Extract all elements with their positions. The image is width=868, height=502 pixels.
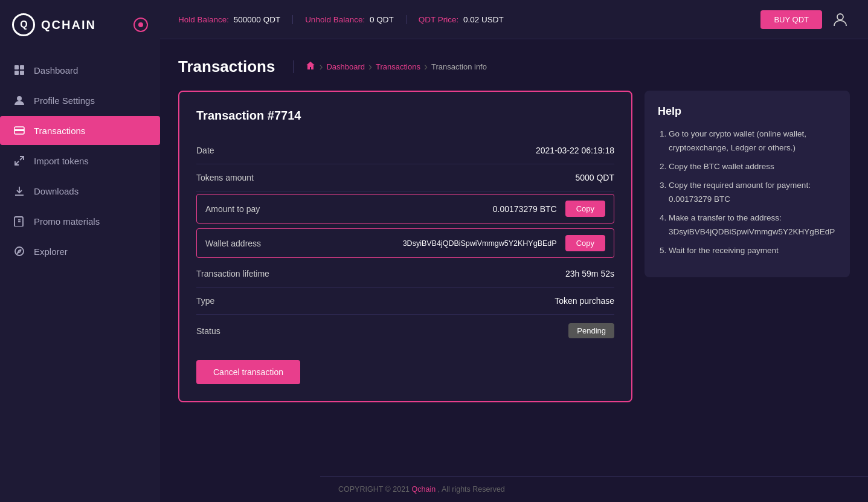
hold-balance: Hold Balance: 500000 QDT (178, 15, 293, 24)
tx-date-value: 2021-03-22 06:19:18 (536, 146, 614, 155)
main-content: Hold Balance: 500000 QDT Unhold Balance:… (160, 0, 868, 502)
help-panel: Help Go to your crypto wallet (online wa… (645, 91, 850, 277)
sidebar-item-downloads[interactable]: Downloads (0, 176, 160, 205)
breadcrumb-home-icon[interactable] (306, 61, 315, 73)
tx-tokens-label: Tokens amount (196, 173, 254, 182)
cancel-transaction-button[interactable]: Cancel transaction (196, 360, 300, 384)
compass-icon (13, 245, 25, 257)
sidebar-item-profile[interactable]: Profile Settings (0, 86, 160, 115)
tx-amount-value: 0.00173279 BTC (493, 204, 557, 214)
sidebar-label-import: Import tokens (34, 156, 89, 166)
breadcrumb-transactions[interactable]: Transactions (376, 62, 420, 71)
logo-mark: Q (12, 13, 35, 36)
svg-rect-3 (20, 71, 24, 75)
help-step-5: Wait for the receiving payment (669, 244, 837, 258)
tx-row-tokens: Tokens amount 5000 QDT (196, 164, 614, 191)
help-step-1: Go to your crypto wallet (online wallet,… (669, 127, 837, 155)
footer: COPYRIGHT © 2021 Qchain , All rights Res… (320, 476, 868, 502)
breadcrumb-dashboard[interactable]: Dashboard (326, 62, 365, 71)
transaction-card: Transaction #7714 Date 2021-03-22 06:19:… (178, 91, 632, 402)
sidebar-label-dashboard: Dashboard (34, 65, 78, 76)
tx-tokens-value: 5000 QDT (575, 173, 614, 182)
transaction-layout: Transaction #7714 Date 2021-03-22 06:19:… (178, 91, 850, 402)
tx-type-label: Type (196, 296, 214, 306)
tx-type-value: Token purchase (555, 296, 614, 306)
tx-status-label: Status (196, 326, 220, 336)
qdt-price: QDT Price: 0.02 USDT (407, 15, 516, 24)
unhold-balance: Unhold Balance: 0 QDT (293, 15, 407, 24)
help-step-3: Copy the required amount for payment: 0.… (669, 179, 837, 207)
breadcrumb-wrapper: › Dashboard › Transactions › Transaction… (293, 60, 487, 73)
copy-amount-button[interactable]: Copy (565, 201, 605, 217)
user-account-icon[interactable] (831, 10, 850, 29)
topbar: Hold Balance: 500000 QDT Unhold Balance:… (160, 0, 868, 39)
breadcrumb-sep-3: › (424, 60, 428, 73)
breadcrumb: Transactions › Dashboard › Transactions … (178, 57, 850, 76)
target-icon (133, 18, 148, 32)
sidebar-label-promo: Promo materials (34, 216, 100, 227)
grid-icon (13, 64, 25, 76)
download-icon (13, 185, 25, 197)
tx-row-amount: Amount to pay 0.00173279 BTC Copy (196, 194, 614, 224)
footer-brand-link[interactable]: Qchain (412, 485, 436, 494)
transaction-title: Transaction #7714 (196, 109, 614, 123)
breadcrumb-sep-2: › (368, 60, 372, 73)
sidebar-label-transactions: Transactions (34, 126, 85, 136)
sidebar-label-explorer: Explorer (34, 246, 68, 257)
tx-row-lifetime: Transaction lifetime 23h 59m 52s (196, 260, 614, 288)
sidebar-label-profile: Profile Settings (34, 95, 95, 106)
sidebar-item-transactions[interactable]: Transactions (0, 116, 160, 145)
tx-lifetime-label: Transaction lifetime (196, 269, 269, 278)
status-badge: Pending (568, 323, 614, 338)
sidebar-item-explorer[interactable]: Explorer (0, 237, 160, 266)
footer-copyright: COPYRIGHT © 2021 (338, 485, 410, 494)
tx-wallet-group: 3DsyiBVB4jQDBiSpwiVmmgw5Y2KHYgBEdP Copy (403, 235, 605, 251)
footer-rights: , All rights Reserved (438, 485, 505, 494)
tx-row-date: Date 2021-03-22 06:19:18 (196, 137, 614, 164)
svg-rect-6 (14, 129, 24, 131)
book-icon (13, 215, 25, 227)
sidebar-logo: Q QCHAIN (0, 0, 160, 50)
tx-amount-label: Amount to pay (205, 204, 260, 214)
copy-wallet-button[interactable]: Copy (565, 235, 605, 251)
user-icon (13, 94, 25, 106)
sidebar-item-dashboard[interactable]: Dashboard (0, 56, 160, 85)
breadcrumb-current: Transaction info (431, 62, 487, 71)
sidebar-item-import[interactable]: Import tokens (0, 146, 160, 175)
tx-row-type: Type Token purchase (196, 288, 614, 315)
logo-text: QCHAIN (41, 18, 96, 32)
tx-date-label: Date (196, 146, 214, 155)
help-title: Help (658, 105, 837, 118)
help-step-2: Copy the BTC wallet address (669, 160, 837, 174)
page-content: Transactions › Dashboard › Transactions … (160, 39, 868, 476)
buy-qdt-button[interactable]: BUY QDT (760, 10, 822, 29)
tx-row-status: Status Pending (196, 315, 614, 347)
sidebar-nav: Dashboard Profile Settings Transactions (0, 50, 160, 272)
svg-rect-2 (14, 71, 19, 75)
tx-amount-group: 0.00173279 BTC Copy (493, 201, 605, 217)
help-list: Go to your crypto wallet (online wallet,… (658, 127, 837, 258)
sidebar: Q QCHAIN Dashboard (0, 0, 160, 502)
help-step-4: Make a transfer to the address: 3DsyiBVB… (669, 211, 837, 239)
tx-lifetime-value: 23h 59m 52s (565, 269, 614, 278)
tx-row-wallet: Wallet address 3DsyiBVB4jQDBiSpwiVmmgw5Y… (196, 228, 614, 258)
svg-point-4 (17, 96, 22, 101)
sidebar-label-downloads: Downloads (34, 186, 79, 196)
svg-point-14 (837, 14, 843, 20)
expand-icon (13, 155, 25, 167)
page-title: Transactions (178, 57, 275, 76)
breadcrumb-sep-1: › (319, 60, 323, 73)
svg-rect-0 (14, 65, 19, 69)
svg-rect-1 (20, 65, 24, 69)
tx-wallet-value: 3DsyiBVB4jQDBiSpwiVmmgw5Y2KHYgBEdP (403, 239, 557, 248)
card-icon (13, 124, 25, 137)
tx-wallet-label: Wallet address (205, 239, 261, 248)
sidebar-item-promo[interactable]: Promo materials (0, 207, 160, 236)
